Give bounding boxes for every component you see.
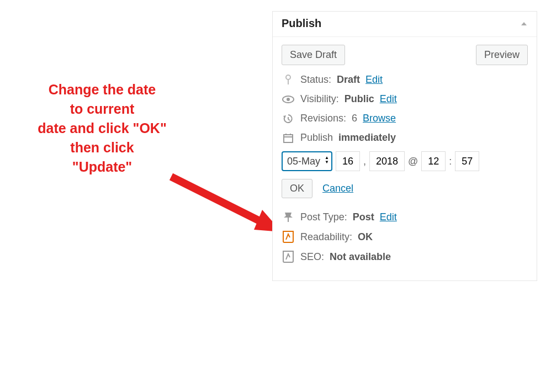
seo-row: SEO: Not available [282,251,528,263]
revisions-icon [282,113,295,124]
status-row: Status: Draft Edit [282,74,528,86]
button-row: Save Draft Preview [282,45,528,65]
yoast-seo-icon [282,251,295,263]
select-caret-icon: ▲▼ [325,156,329,165]
colon-sep: : [449,156,452,167]
svg-marker-16 [284,213,293,218]
seo-label: SEO: [300,251,324,263]
collapse-icon [520,19,528,28]
month-select[interactable]: 05-May ▲▼ [282,151,332,171]
anno-line: then click [17,138,188,157]
minute-input[interactable] [455,151,479,171]
svg-marker-3 [521,22,527,25]
anno-line: "Update" [17,157,188,177]
anno-line: date and click "OK" [17,119,188,138]
pin-icon [282,75,295,86]
status-label: Status: [300,74,331,86]
publish-panel-title: Publish [282,17,321,30]
svg-point-7 [287,98,290,101]
status-edit-link[interactable]: Edit [365,74,383,86]
calendar-icon [282,133,295,144]
publish-panel: Publish Save Draft Preview Status: Draft… [272,11,537,281]
hour-input[interactable] [421,151,446,171]
ok-cancel-row: OK Cancel [282,179,528,198]
readability-label: Readability: [300,231,352,243]
revisions-value: 6 [352,113,357,124]
save-draft-button[interactable]: Save Draft [282,45,345,65]
at-sep: @ [408,156,418,167]
svg-marker-8 [283,115,286,118]
preview-button[interactable]: Preview [476,45,528,65]
visibility-value: Public [345,93,374,105]
revisions-row: Revisions: 6 Browse [282,113,528,124]
eye-icon [282,96,295,103]
visibility-edit-link[interactable]: Edit [380,93,397,105]
ok-button[interactable]: OK [282,179,312,198]
publish-panel-header[interactable]: Publish [273,12,537,37]
svg-line-10 [288,119,290,120]
pushpin-icon [282,212,295,223]
readability-value: OK [358,231,373,243]
visibility-row: Visibility: Public Edit [282,93,528,105]
revisions-label: Revisions: [300,113,346,124]
svg-rect-11 [284,135,293,142]
post-type-label: Post Type: [300,211,347,223]
month-select-value: 05-May [287,156,320,167]
seo-value: Not available [330,251,391,263]
annotation-arrow [166,171,282,237]
visibility-label: Visibility: [300,93,339,105]
publish-panel-body: Save Draft Preview Status: Draft Edit Vi… [273,37,537,280]
readability-row: Readability: OK [282,231,528,243]
post-type-value: Post [353,211,374,223]
cancel-link[interactable]: Cancel [322,183,353,194]
publish-date-row: Publish immediately [282,132,528,144]
post-type-row: Post Type: Post Edit [282,211,528,223]
yoast-readability-icon [282,231,295,243]
publish-value: immediately [338,132,396,144]
svg-line-1 [171,177,271,226]
svg-point-4 [286,75,290,80]
comma-sep: , [363,156,366,167]
day-input[interactable] [336,151,360,171]
annotation-text: Change the date to current date and clic… [17,80,188,177]
revisions-browse-link[interactable]: Browse [363,113,396,124]
publish-label: Publish [300,132,333,144]
svg-rect-5 [288,80,289,84]
post-type-edit-link[interactable]: Edit [380,211,397,223]
date-input-row: 05-May ▲▼ , @ : [282,151,528,171]
status-value: Draft [337,74,360,86]
year-input[interactable] [369,151,405,171]
anno-line: to current [17,99,188,119]
svg-rect-17 [288,218,289,222]
anno-line: Change the date [17,80,188,99]
